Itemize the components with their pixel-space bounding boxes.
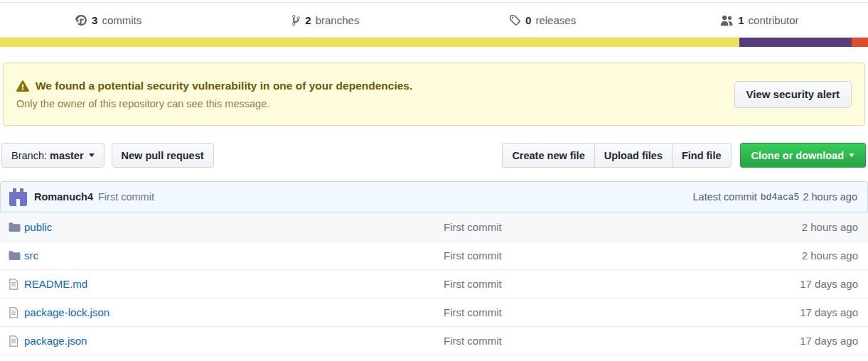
git-branch-icon [291, 14, 301, 26]
branch-select-button[interactable]: Branch: master [1, 143, 105, 168]
commits-count: 3 [92, 14, 97, 26]
commit-message-link[interactable]: First commit [444, 221, 502, 233]
file-link[interactable]: package.json [24, 335, 87, 347]
language-segment-javascript[interactable] [0, 38, 739, 47]
file-age: 17 days ago [712, 306, 868, 318]
commits-stat[interactable]: 3 commits [0, 3, 217, 37]
clone-or-download-button[interactable]: Clone or download [740, 143, 867, 168]
file-age: 2 hours ago [712, 249, 868, 262]
view-security-alert-button[interactable]: View security alert [734, 81, 852, 108]
latest-commit-label: Latest commit [693, 191, 757, 203]
chevron-down-icon [849, 153, 854, 157]
file-link[interactable]: src [24, 249, 38, 262]
branches-count: 2 [305, 14, 311, 26]
find-file-button[interactable]: Find file [672, 143, 732, 168]
file-icon [9, 279, 18, 290]
security-alert-title: We found a potential security vulnerabil… [36, 80, 412, 92]
commit-time: 2 hours ago [803, 191, 857, 203]
branches-stat[interactable]: 2 branches [217, 3, 434, 37]
table-row-public[interactable]: public First commit 2 hours ago [0, 212, 868, 241]
file-icon [9, 307, 18, 318]
security-alert-text: We found a potential security vulnerabil… [16, 80, 412, 109]
security-alert-banner: We found a potential security vulnerabil… [3, 63, 865, 126]
commit-message-link[interactable]: First commit [444, 335, 502, 347]
folder-icon [9, 222, 21, 232]
new-pull-request-button[interactable]: New pull request [112, 143, 214, 168]
tag-icon [509, 14, 521, 26]
clone-label: Clone or download [751, 150, 845, 161]
upload-files-button[interactable]: Upload files [594, 143, 672, 168]
file-link[interactable]: README.md [24, 278, 87, 290]
repository-page: 3 commits 2 branches 0 releases 1 contri… [0, 0, 868, 361]
releases-stat[interactable]: 0 releases [434, 3, 651, 37]
history-icon [75, 14, 87, 26]
file-age: 17 days ago [712, 278, 868, 290]
author-avatar[interactable] [9, 188, 27, 206]
repo-stats-bar: 3 commits 2 branches 0 releases 1 contri… [0, 2, 868, 38]
create-new-file-button[interactable]: Create new file [502, 143, 594, 168]
language-bar[interactable] [0, 38, 868, 47]
file-icon [9, 335, 18, 347]
chevron-down-icon [89, 153, 95, 157]
file-age: 2 hours ago [712, 221, 868, 233]
commit-message-link[interactable]: First commit [98, 191, 154, 203]
releases-label: releases [535, 14, 576, 26]
contributors-stat[interactable]: 1 contributor [651, 3, 868, 37]
file-table: public First commit 2 hours ago src Firs… [0, 212, 868, 355]
file-age: 17 days ago [712, 335, 868, 347]
file-actions-group: Create new file Upload files Find file [502, 143, 731, 168]
folder-icon [9, 250, 21, 261]
commit-author-link[interactable]: Romanuch4 [34, 191, 93, 203]
commit-message-link[interactable]: First commit [444, 249, 502, 262]
people-icon [720, 14, 734, 26]
file-link[interactable]: public [24, 221, 52, 233]
security-alert-subtitle: Only the owner of this repository can se… [16, 98, 412, 109]
branches-label: branches [316, 14, 360, 26]
contributors-label: contributor [749, 14, 799, 26]
alert-warning-icon [16, 80, 29, 92]
language-segment-css[interactable] [739, 38, 852, 47]
table-row-src[interactable]: src First commit 2 hours ago [0, 241, 868, 269]
releases-count: 0 [525, 14, 531, 26]
file-navigation-toolbar: Branch: master New pull request Create n… [0, 143, 868, 168]
language-segment-html[interactable] [852, 38, 868, 47]
commit-message-link[interactable]: First commit [444, 306, 502, 318]
table-row-package-json[interactable]: package.json First commit 17 days ago [0, 326, 868, 355]
branch-name: master [50, 150, 84, 161]
commits-label: commits [102, 14, 141, 26]
latest-commit-bar: Romanuch4 First commit Latest commit bd4… [0, 181, 868, 212]
file-link[interactable]: package-lock.json [24, 306, 109, 318]
branch-label: Branch: [11, 150, 47, 161]
table-row-package-lock[interactable]: package-lock.json First commit 17 days a… [0, 298, 868, 326]
table-row-readme[interactable]: README.md First commit 17 days ago [0, 269, 868, 298]
contributors-count: 1 [738, 14, 744, 26]
commit-message-link[interactable]: First commit [444, 278, 502, 290]
commit-sha-link[interactable]: bd4aca5 [761, 192, 800, 203]
